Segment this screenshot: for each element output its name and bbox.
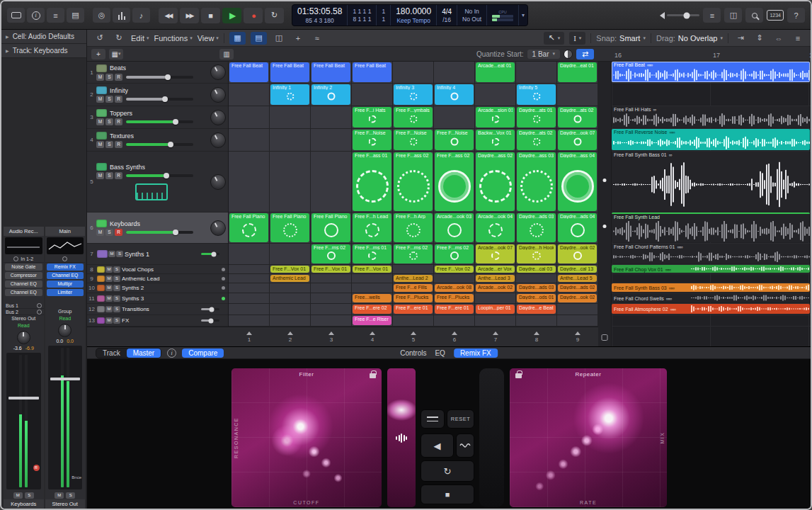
cell-slot[interactable]	[311, 293, 352, 303]
track-header-12[interactable]: 12MSTransitions	[87, 304, 228, 315]
quick-help-icon[interactable]: i	[27, 8, 45, 23]
cell-slot[interactable]: Free Fall Beat	[229, 62, 270, 83]
panels-icon[interactable]: ◫	[724, 8, 742, 23]
cell-slot[interactable]	[229, 274, 270, 283]
scene-trigger-7[interactable]: 7	[475, 327, 516, 346]
loop-cell-7-5[interactable]: Free F...rns 02	[394, 244, 433, 264]
add-track-button[interactable]: +	[91, 49, 105, 60]
loop-cell-3-9[interactable]: Daydre...ats 02	[558, 107, 597, 128]
fader-cap[interactable]	[8, 397, 39, 400]
cell-slot[interactable]	[229, 244, 270, 264]
cell-slot[interactable]	[270, 293, 311, 303]
loop-cell-8-6[interactable]: Free F...Vox 02	[435, 266, 474, 273]
solo-button[interactable]: S	[66, 492, 75, 499]
cell-slot[interactable]	[393, 62, 434, 83]
cell-slot[interactable]	[557, 315, 598, 326]
cell-slot[interactable]: Free F...e Riser	[352, 315, 393, 326]
fx-settings-button[interactable]	[421, 409, 445, 429]
cell-slot[interactable]: Daydre...ats 02	[557, 106, 598, 128]
solo-button[interactable]: S	[113, 295, 120, 302]
eq-tab[interactable]: EQ	[435, 349, 445, 357]
loop-cell-2-6[interactable]: Infinity 4	[435, 84, 474, 105]
controls-tab[interactable]: Controls	[400, 349, 426, 357]
scene-trigger-1[interactable]: 1	[229, 327, 270, 346]
mute-button[interactable]: M	[105, 276, 113, 282]
reverse-button[interactable]: ◀	[421, 434, 454, 458]
automation-mode[interactable]: Read	[4, 322, 44, 329]
record-button[interactable]: R	[115, 229, 122, 236]
group-slot[interactable]: Group	[45, 308, 86, 315]
loop-cell-3-8[interactable]: Daydre...ats 01	[517, 107, 556, 128]
lcd-signature-section[interactable]: 4/4 /16	[437, 5, 457, 26]
cycle-button[interactable]: ↻	[265, 8, 284, 23]
cell-slot[interactable]: Free F...ass 02	[393, 152, 434, 212]
cell-slot[interactable]	[475, 84, 516, 106]
cell-slot[interactable]: Free Fall Beat	[352, 62, 393, 83]
cell-slot[interactable]	[434, 62, 475, 83]
pan-knob[interactable]	[210, 87, 226, 103]
cell-slot[interactable]: Daydre...ats 02	[516, 129, 557, 151]
pan-knob[interactable]	[210, 110, 226, 125]
cell-slot[interactable]	[516, 315, 557, 326]
mute-button[interactable]: M	[105, 266, 113, 273]
stop-button[interactable]: ■	[201, 8, 220, 23]
loop-cell-5-8[interactable]: Daydre...ass 03	[517, 152, 556, 211]
cell-slot[interactable]	[475, 315, 516, 326]
list-icon[interactable]: ≡	[703, 8, 721, 23]
loop-cell-9-9[interactable]: Anthe...Lead 5	[558, 275, 597, 282]
cell-slot[interactable]: Daydre...ods 01	[516, 293, 557, 303]
cell-slot[interactable]	[516, 62, 557, 83]
channel-fader[interactable]: R	[6, 353, 41, 489]
cell-slot[interactable]: Daydre...e Beat	[516, 304, 557, 314]
cell-slot[interactable]	[434, 106, 475, 128]
loop-cell-6-7[interactable]: Arcade...ook 04	[476, 213, 515, 242]
mute-button[interactable]: M	[105, 317, 113, 324]
musical-typing-icon[interactable]: 1234	[767, 10, 784, 21]
loop-cell-9-5[interactable]: Anthe...Lead 2	[394, 275, 433, 282]
bar-ruler[interactable]: 16 17 18	[612, 47, 811, 62]
list-editors-icon[interactable]: ≡	[791, 32, 805, 44]
cell-slot[interactable]: Daydre...ass 03	[516, 152, 557, 212]
cell-slot[interactable]	[434, 315, 475, 326]
cell-slot[interactable]	[229, 106, 270, 128]
loop-cell-6-9[interactable]: Daydre...ads 04	[558, 213, 597, 242]
pan-knob[interactable]	[210, 174, 226, 190]
track-header-3[interactable]: 3ToppersMSR	[87, 106, 228, 129]
loop-cell-8-4[interactable]: Free F...Vox 01	[353, 266, 391, 273]
cell-slot[interactable]	[229, 265, 270, 273]
loop-cell-6-1[interactable]: Free Fall Piano	[229, 213, 268, 242]
cell-slot[interactable]: Arcade...ook 02	[475, 283, 516, 293]
mute-button[interactable]: M	[13, 492, 23, 499]
loop-cell-10-8[interactable]: Daydre...ads 03	[517, 284, 556, 292]
cell-inspector-header[interactable]: ▶Cell: Audio Defaults	[1, 30, 86, 44]
cell-slot[interactable]: Daydre...eat 01	[557, 62, 598, 83]
mute-button[interactable]: M	[105, 295, 113, 302]
record-button[interactable]: R	[115, 74, 122, 81]
cell-slot[interactable]: Free Fall Beat	[270, 62, 311, 83]
scene-trigger-5[interactable]: 5	[393, 327, 434, 346]
cell-slot[interactable]	[311, 106, 352, 128]
loop-cell-12-5[interactable]: Free F...ere 01	[394, 305, 433, 314]
track-volume-slider[interactable]	[201, 308, 219, 310]
record-button[interactable]: R	[115, 172, 122, 179]
scene-trigger-9[interactable]: 9	[557, 327, 598, 346]
track-header-11[interactable]: 11MSSynths 3	[87, 293, 228, 304]
cell-slot[interactable]: Daydre...ass 02	[475, 152, 516, 212]
automation-mode[interactable]: Read	[45, 315, 86, 322]
tracks-view-toggle[interactable]: ▤	[251, 32, 267, 45]
bounce-label[interactable]: Bnce	[72, 475, 81, 480]
mute-button[interactable]: M	[105, 306, 113, 312]
pan-knob[interactable]	[210, 132, 226, 148]
lane-region[interactable]: Free Fall Synth Lead	[612, 212, 810, 242]
master-volume-slider[interactable]	[667, 14, 699, 16]
track-header-13[interactable]: 13MSFX	[87, 315, 228, 327]
cell-slot[interactable]	[270, 315, 311, 326]
master-tab[interactable]: Master	[127, 348, 161, 358]
cell-slot[interactable]: Arcade...ook 08	[434, 283, 475, 293]
cell-slot[interactable]: Free F...Noise	[434, 129, 475, 151]
loop-cell-1-7[interactable]: Arcade...eat 01	[476, 62, 515, 82]
loop-cell-4-7[interactable]: Backw...Vox 01	[476, 130, 515, 150]
loop-cell-8-9[interactable]: Daydre...cal 13	[558, 266, 597, 273]
cell-slot[interactable]	[270, 244, 311, 264]
input-slot[interactable]: In 1-2	[4, 256, 44, 263]
